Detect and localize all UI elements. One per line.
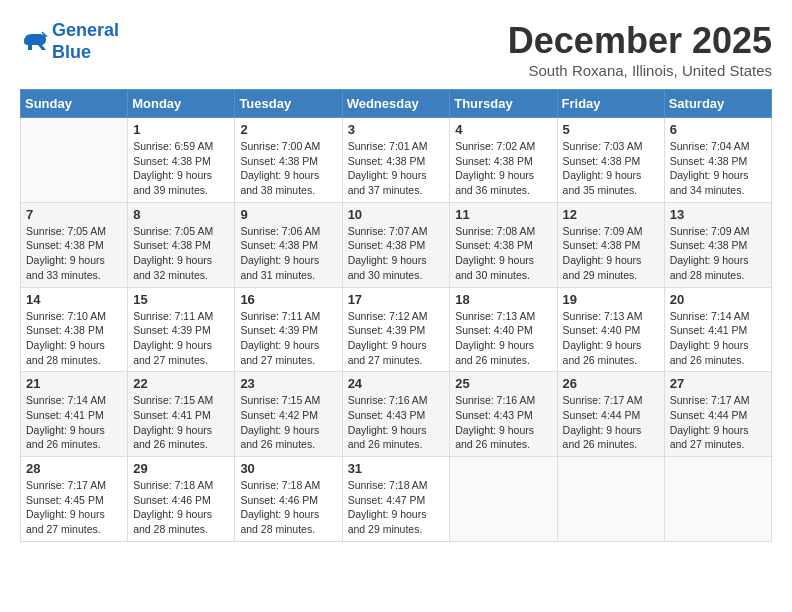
day-number: 26 xyxy=(563,376,659,391)
day-number: 9 xyxy=(240,207,336,222)
calendar-cell: 22Sunrise: 7:15 AM Sunset: 4:41 PM Dayli… xyxy=(128,372,235,457)
day-info: Sunrise: 7:06 AM Sunset: 4:38 PM Dayligh… xyxy=(240,224,336,283)
day-info: Sunrise: 7:08 AM Sunset: 4:38 PM Dayligh… xyxy=(455,224,551,283)
day-info: Sunrise: 7:04 AM Sunset: 4:38 PM Dayligh… xyxy=(670,139,766,198)
day-number: 21 xyxy=(26,376,122,391)
day-number: 19 xyxy=(563,292,659,307)
day-info: Sunrise: 6:59 AM Sunset: 4:38 PM Dayligh… xyxy=(133,139,229,198)
day-info: Sunrise: 7:18 AM Sunset: 4:47 PM Dayligh… xyxy=(348,478,445,537)
day-number: 12 xyxy=(563,207,659,222)
day-number: 4 xyxy=(455,122,551,137)
day-info: Sunrise: 7:16 AM Sunset: 4:43 PM Dayligh… xyxy=(455,393,551,452)
day-number: 20 xyxy=(670,292,766,307)
day-info: Sunrise: 7:15 AM Sunset: 4:41 PM Dayligh… xyxy=(133,393,229,452)
calendar-cell xyxy=(664,457,771,542)
day-info: Sunrise: 7:05 AM Sunset: 4:38 PM Dayligh… xyxy=(133,224,229,283)
day-number: 23 xyxy=(240,376,336,391)
day-info: Sunrise: 7:16 AM Sunset: 4:43 PM Dayligh… xyxy=(348,393,445,452)
calendar-cell: 18Sunrise: 7:13 AM Sunset: 4:40 PM Dayli… xyxy=(450,287,557,372)
day-header-friday: Friday xyxy=(557,90,664,118)
day-info: Sunrise: 7:11 AM Sunset: 4:39 PM Dayligh… xyxy=(133,309,229,368)
calendar-cell: 5Sunrise: 7:03 AM Sunset: 4:38 PM Daylig… xyxy=(557,118,664,203)
calendar-cell: 25Sunrise: 7:16 AM Sunset: 4:43 PM Dayli… xyxy=(450,372,557,457)
day-header-saturday: Saturday xyxy=(664,90,771,118)
day-number: 22 xyxy=(133,376,229,391)
logo-blue: Blue xyxy=(52,42,91,62)
calendar-week-2: 7Sunrise: 7:05 AM Sunset: 4:38 PM Daylig… xyxy=(21,202,772,287)
calendar-cell: 14Sunrise: 7:10 AM Sunset: 4:38 PM Dayli… xyxy=(21,287,128,372)
calendar-cell xyxy=(21,118,128,203)
calendar-cell: 31Sunrise: 7:18 AM Sunset: 4:47 PM Dayli… xyxy=(342,457,450,542)
calendar-cell: 4Sunrise: 7:02 AM Sunset: 4:38 PM Daylig… xyxy=(450,118,557,203)
day-number: 24 xyxy=(348,376,445,391)
day-info: Sunrise: 7:13 AM Sunset: 4:40 PM Dayligh… xyxy=(563,309,659,368)
calendar-cell: 1Sunrise: 6:59 AM Sunset: 4:38 PM Daylig… xyxy=(128,118,235,203)
calendar-cell: 27Sunrise: 7:17 AM Sunset: 4:44 PM Dayli… xyxy=(664,372,771,457)
day-info: Sunrise: 7:09 AM Sunset: 4:38 PM Dayligh… xyxy=(563,224,659,283)
location: South Roxana, Illinois, United States xyxy=(508,62,772,79)
day-number: 10 xyxy=(348,207,445,222)
calendar-cell: 20Sunrise: 7:14 AM Sunset: 4:41 PM Dayli… xyxy=(664,287,771,372)
day-number: 1 xyxy=(133,122,229,137)
calendar-cell: 9Sunrise: 7:06 AM Sunset: 4:38 PM Daylig… xyxy=(235,202,342,287)
day-number: 30 xyxy=(240,461,336,476)
day-number: 14 xyxy=(26,292,122,307)
calendar-week-5: 28Sunrise: 7:17 AM Sunset: 4:45 PM Dayli… xyxy=(21,457,772,542)
day-info: Sunrise: 7:12 AM Sunset: 4:39 PM Dayligh… xyxy=(348,309,445,368)
logo-text: General Blue xyxy=(52,20,119,63)
day-info: Sunrise: 7:17 AM Sunset: 4:44 PM Dayligh… xyxy=(563,393,659,452)
day-header-sunday: Sunday xyxy=(21,90,128,118)
calendar-cell xyxy=(557,457,664,542)
calendar-header-row: SundayMondayTuesdayWednesdayThursdayFrid… xyxy=(21,90,772,118)
calendar-table: SundayMondayTuesdayWednesdayThursdayFrid… xyxy=(20,89,772,542)
day-info: Sunrise: 7:17 AM Sunset: 4:45 PM Dayligh… xyxy=(26,478,122,537)
day-number: 31 xyxy=(348,461,445,476)
calendar-week-3: 14Sunrise: 7:10 AM Sunset: 4:38 PM Dayli… xyxy=(21,287,772,372)
day-number: 28 xyxy=(26,461,122,476)
calendar-cell: 17Sunrise: 7:12 AM Sunset: 4:39 PM Dayli… xyxy=(342,287,450,372)
day-info: Sunrise: 7:03 AM Sunset: 4:38 PM Dayligh… xyxy=(563,139,659,198)
page-header: General Blue December 2025 South Roxana,… xyxy=(20,20,772,79)
calendar-cell xyxy=(450,457,557,542)
day-number: 27 xyxy=(670,376,766,391)
day-number: 8 xyxy=(133,207,229,222)
logo-icon xyxy=(20,28,48,56)
day-number: 11 xyxy=(455,207,551,222)
day-info: Sunrise: 7:15 AM Sunset: 4:42 PM Dayligh… xyxy=(240,393,336,452)
calendar-cell: 6Sunrise: 7:04 AM Sunset: 4:38 PM Daylig… xyxy=(664,118,771,203)
day-info: Sunrise: 7:09 AM Sunset: 4:38 PM Dayligh… xyxy=(670,224,766,283)
day-number: 6 xyxy=(670,122,766,137)
calendar-cell: 26Sunrise: 7:17 AM Sunset: 4:44 PM Dayli… xyxy=(557,372,664,457)
day-number: 17 xyxy=(348,292,445,307)
day-number: 25 xyxy=(455,376,551,391)
day-info: Sunrise: 7:00 AM Sunset: 4:38 PM Dayligh… xyxy=(240,139,336,198)
day-info: Sunrise: 7:10 AM Sunset: 4:38 PM Dayligh… xyxy=(26,309,122,368)
day-info: Sunrise: 7:18 AM Sunset: 4:46 PM Dayligh… xyxy=(240,478,336,537)
day-number: 5 xyxy=(563,122,659,137)
day-number: 29 xyxy=(133,461,229,476)
day-info: Sunrise: 7:01 AM Sunset: 4:38 PM Dayligh… xyxy=(348,139,445,198)
calendar-cell: 21Sunrise: 7:14 AM Sunset: 4:41 PM Dayli… xyxy=(21,372,128,457)
month-title: December 2025 xyxy=(508,20,772,62)
day-info: Sunrise: 7:18 AM Sunset: 4:46 PM Dayligh… xyxy=(133,478,229,537)
day-header-tuesday: Tuesday xyxy=(235,90,342,118)
day-info: Sunrise: 7:02 AM Sunset: 4:38 PM Dayligh… xyxy=(455,139,551,198)
title-block: December 2025 South Roxana, Illinois, Un… xyxy=(508,20,772,79)
calendar-week-4: 21Sunrise: 7:14 AM Sunset: 4:41 PM Dayli… xyxy=(21,372,772,457)
day-number: 2 xyxy=(240,122,336,137)
calendar-cell: 15Sunrise: 7:11 AM Sunset: 4:39 PM Dayli… xyxy=(128,287,235,372)
calendar-cell: 30Sunrise: 7:18 AM Sunset: 4:46 PM Dayli… xyxy=(235,457,342,542)
calendar-cell: 16Sunrise: 7:11 AM Sunset: 4:39 PM Dayli… xyxy=(235,287,342,372)
calendar-cell: 12Sunrise: 7:09 AM Sunset: 4:38 PM Dayli… xyxy=(557,202,664,287)
day-info: Sunrise: 7:17 AM Sunset: 4:44 PM Dayligh… xyxy=(670,393,766,452)
day-header-wednesday: Wednesday xyxy=(342,90,450,118)
calendar-cell: 19Sunrise: 7:13 AM Sunset: 4:40 PM Dayli… xyxy=(557,287,664,372)
day-number: 13 xyxy=(670,207,766,222)
calendar-week-1: 1Sunrise: 6:59 AM Sunset: 4:38 PM Daylig… xyxy=(21,118,772,203)
calendar-cell: 13Sunrise: 7:09 AM Sunset: 4:38 PM Dayli… xyxy=(664,202,771,287)
logo: General Blue xyxy=(20,20,119,63)
calendar-cell: 10Sunrise: 7:07 AM Sunset: 4:38 PM Dayli… xyxy=(342,202,450,287)
day-header-thursday: Thursday xyxy=(450,90,557,118)
calendar-cell: 24Sunrise: 7:16 AM Sunset: 4:43 PM Dayli… xyxy=(342,372,450,457)
calendar-cell: 23Sunrise: 7:15 AM Sunset: 4:42 PM Dayli… xyxy=(235,372,342,457)
